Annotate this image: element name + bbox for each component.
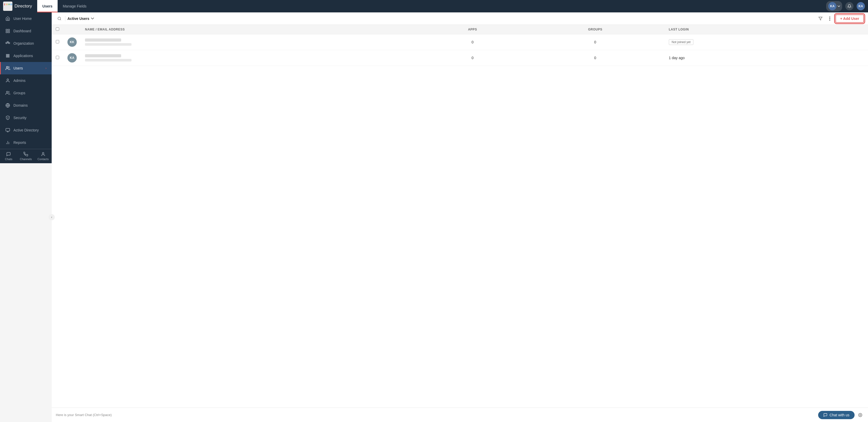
filter-icon-button[interactable]	[817, 15, 824, 22]
row-1-name-cell[interactable]	[81, 34, 419, 50]
row-2-groups-cell: 0	[526, 50, 665, 66]
org-icon	[5, 41, 10, 46]
sidebar-label-domains: Domains	[13, 103, 28, 107]
sidebar-footer-channels-label: Channels	[20, 158, 32, 161]
row-2-last-login-text: 1 day ago	[669, 56, 685, 60]
svg-rect-5	[6, 29, 7, 30]
search-button[interactable]	[56, 15, 63, 22]
svg-point-41	[860, 415, 861, 416]
svg-rect-8	[6, 32, 7, 33]
sidebar-label-users: Users	[13, 66, 23, 70]
profile-dropdown[interactable]: KA	[826, 1, 842, 11]
contacts-icon	[41, 152, 45, 157]
users-table: NAME / EMAIL ADDRESS APPS GROUPS LAST LO…	[52, 25, 868, 66]
app-name: Directory	[14, 4, 32, 9]
tab-manage-fields[interactable]: Manage Fields	[58, 0, 92, 12]
svg-point-14	[6, 54, 7, 55]
sidebar-item-security[interactable]: Security	[0, 111, 52, 124]
row-1-checkbox-cell	[52, 34, 63, 50]
chat-with-us-button[interactable]: Chat with us	[818, 411, 855, 419]
svg-point-19	[8, 56, 9, 56]
users-table-container: NAME / EMAIL ADDRESS APPS GROUPS LAST LO…	[52, 25, 868, 408]
sidebar-item-active-directory[interactable]: Active Directory	[0, 124, 52, 136]
sidebar-item-applications[interactable]: Applications	[0, 50, 52, 62]
svg-point-35	[58, 17, 61, 20]
sidebar-footer-contacts[interactable]: Contacts	[34, 149, 52, 163]
chevron-right-icon: ›	[45, 66, 46, 70]
sidebar-label-organization: Organization	[13, 41, 34, 45]
chat-with-us-label: Chat with us	[830, 413, 849, 417]
sidebar-footer-contacts-label: Contacts	[37, 158, 49, 161]
domains-icon	[5, 103, 10, 108]
sidebar-footer-channels[interactable]: Channels	[17, 149, 35, 163]
th-last-login: LAST LOGIN	[665, 25, 868, 34]
table-header-row: NAME / EMAIL ADDRESS APPS GROUPS LAST LO…	[52, 25, 868, 34]
chat-bubble-icon	[823, 413, 828, 417]
row-2-apps-cell: 0	[419, 50, 526, 66]
sidebar-footer: Chats Channels Contacts	[0, 149, 52, 163]
th-name: NAME / EMAIL ADDRESS	[81, 25, 419, 34]
logo-area[interactable]: Z O H O Directory	[3, 2, 32, 11]
user-avatar-nav[interactable]: KA	[857, 2, 865, 10]
row-2-avatar-cell: KA	[63, 50, 81, 66]
sidebar-item-admins[interactable]: Admins	[0, 74, 52, 87]
sidebar-item-dashboard[interactable]: Dashboard	[0, 25, 52, 37]
row-2-name-cell[interactable]	[81, 50, 419, 66]
row-2-email-blurred	[85, 59, 131, 62]
row-2-last-login-cell: 1 day ago	[665, 50, 868, 66]
select-all-checkbox[interactable]	[56, 27, 59, 31]
sidebar-item-users[interactable]: Users ›	[0, 62, 52, 74]
svg-rect-6	[8, 29, 9, 30]
svg-marker-37	[819, 17, 822, 20]
svg-point-16	[8, 54, 9, 55]
settings-icon	[858, 413, 862, 417]
top-nav: Z O H O Directory Users Manage Fields KA…	[0, 0, 868, 12]
svg-rect-10	[7, 41, 8, 43]
sidebar-item-groups[interactable]: Groups	[0, 87, 52, 99]
sidebar-collapse-button[interactable]: ‹	[49, 214, 55, 220]
svg-point-34	[42, 152, 44, 154]
bottom-bar: Here is your Smart Chat (Ctrl+Space) Cha…	[52, 408, 868, 422]
th-avatar	[63, 25, 81, 34]
sidebar-item-domains[interactable]: Domains	[0, 99, 52, 111]
users-icon	[5, 66, 10, 71]
th-checkbox	[52, 25, 63, 34]
profile-avatar[interactable]: KA	[828, 2, 836, 10]
row-1-user-info	[85, 38, 415, 46]
groups-icon	[5, 90, 10, 96]
filter-icon	[818, 17, 823, 21]
row-2-user-info	[85, 54, 415, 62]
security-icon	[5, 115, 10, 120]
settings-button[interactable]	[857, 412, 864, 419]
th-groups: GROUPS	[526, 25, 665, 34]
svg-text:O: O	[6, 3, 8, 6]
sidebar-label-reports: Reports	[13, 140, 26, 144]
svg-point-24	[7, 79, 8, 80]
svg-point-21	[7, 57, 8, 57]
sidebar-label-dashboard: Dashboard	[13, 29, 31, 33]
svg-text:H: H	[8, 3, 10, 6]
more-options-button[interactable]	[826, 15, 833, 22]
svg-rect-7	[8, 32, 9, 33]
sidebar-item-reports[interactable]: Reports	[0, 136, 52, 149]
dashboard-icon	[5, 28, 10, 34]
filter-dropdown[interactable]: Active Users	[67, 17, 94, 21]
svg-point-39	[829, 18, 830, 19]
not-joined-badge: Not joined yet	[669, 39, 693, 45]
sidebar-label-user-home: User Home	[13, 17, 32, 21]
reports-icon	[5, 140, 10, 145]
sidebar-footer-chats[interactable]: Chats	[0, 149, 17, 163]
sidebar-footer-chats-label: Chats	[5, 158, 12, 161]
content-area: Active Users + Add User	[52, 12, 868, 422]
sidebar-item-user-home[interactable]: User Home	[0, 12, 52, 25]
notification-icon[interactable]	[845, 2, 854, 10]
add-user-button[interactable]: + Add User	[835, 14, 864, 23]
row-1-checkbox[interactable]	[56, 40, 59, 43]
row-2-checkbox[interactable]	[56, 56, 59, 59]
sidebar-item-organization[interactable]: Organization	[0, 37, 52, 50]
row-1-name-blurred	[85, 38, 121, 41]
th-apps: APPS	[419, 25, 526, 34]
tab-users[interactable]: Users	[37, 0, 58, 12]
svg-point-17	[6, 56, 7, 56]
nav-right: KA KA	[826, 1, 865, 11]
